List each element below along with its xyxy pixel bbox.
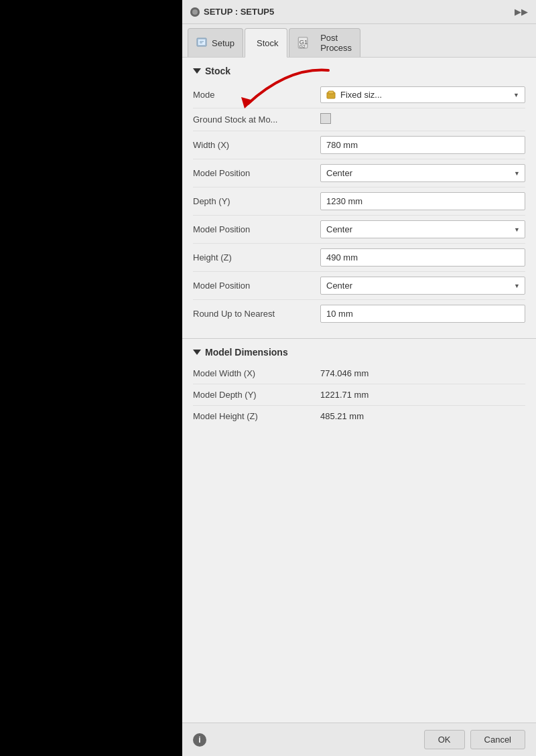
stock-form-section: Mode Fixed siz... ▼ Ground Stock at Mo..… (182, 82, 536, 339)
model-position-z-select-wrapper: Center Min Max (320, 277, 525, 295)
footer-left: i (193, 733, 206, 747)
round-up-input[interactable] (320, 305, 525, 323)
width-x-input[interactable] (320, 136, 525, 154)
height-z-row: Height (Z) (193, 244, 525, 272)
title-bar: SETUP : SETUP5 ▶▶ (182, 0, 536, 24)
forward-arrows-icon: ▶▶ (515, 7, 528, 17)
mode-selected-value: Fixed siz... (340, 90, 510, 100)
stock-section-header: Stock (182, 58, 536, 82)
footer: i OK Cancel (182, 723, 536, 756)
model-width-row: Model Width (X) 774.046 mm (193, 363, 525, 384)
height-z-label: Height (Z) (193, 252, 320, 262)
ground-stock-checkbox[interactable] (320, 113, 331, 124)
ground-stock-row: Ground Stock at Mo... (193, 108, 525, 131)
post-process-tab-icon: G1 G2 (297, 35, 318, 50)
model-position-y-value: Center Min Max (320, 220, 525, 238)
mode-dropdown-arrow: ▼ (513, 92, 519, 98)
model-depth-value: 1221.71 mm (320, 390, 525, 400)
setup-tab-label: Setup (212, 38, 234, 48)
model-dimensions-header: Model Dimensions (182, 339, 536, 363)
setup-tab-icon (196, 37, 208, 48)
round-up-row: Round Up to Nearest (193, 300, 525, 327)
model-height-value: 485.21 mm (320, 411, 525, 421)
model-position-y-select-wrapper: Center Min Max (320, 220, 525, 238)
model-depth-label: Model Depth (Y) (193, 390, 320, 400)
model-height-row: Model Height (Z) 485.21 mm (193, 406, 525, 427)
ground-stock-value (320, 113, 525, 126)
height-z-input[interactable] (320, 248, 525, 267)
mode-dropdown[interactable]: Fixed siz... ▼ (320, 86, 525, 103)
model-position-x-select[interactable]: Center Min Max (320, 164, 525, 182)
ground-stock-label: Ground Stock at Mo... (193, 115, 320, 125)
model-position-z-row: Model Position Center Min Max (193, 272, 525, 300)
model-depth-row: Model Depth (Y) 1221.71 mm (193, 384, 525, 406)
model-position-z-label: Model Position (193, 281, 320, 291)
stock-tab-label: Stock (257, 38, 279, 48)
mode-stock-icon (326, 90, 337, 100)
tab-setup[interactable]: Setup (188, 28, 243, 57)
depth-y-label: Depth (Y) (193, 196, 320, 206)
model-position-y-select[interactable]: Center Min Max (320, 220, 525, 238)
stock-section-title: Stock (205, 66, 230, 76)
model-height-label: Model Height (Z) (193, 411, 320, 421)
svg-text:G2: G2 (299, 44, 305, 49)
title-bar-left: SETUP : SETUP5 (190, 7, 274, 17)
model-position-x-select-wrapper: Center Min Max (320, 164, 525, 182)
content-area: Stock Mode Fixed siz... ▼ (182, 58, 536, 723)
minus-icon (190, 7, 200, 17)
model-position-x-row: Model Position Center Min Max (193, 159, 525, 187)
stock-collapse-icon[interactable] (193, 68, 201, 74)
width-x-value (320, 136, 525, 154)
model-position-x-label: Model Position (193, 168, 320, 178)
svg-rect-11 (328, 91, 334, 94)
tabs-bar: Setup Stock G1 G2 Post Process (182, 24, 536, 58)
mode-row: Mode Fixed siz... ▼ (193, 82, 525, 108)
model-position-z-value: Center Min Max (320, 277, 525, 295)
svg-rect-1 (198, 40, 205, 45)
round-up-value (320, 305, 525, 323)
black-overlay (0, 0, 182, 756)
main-panel: SETUP : SETUP5 ▶▶ Setup Stock (182, 0, 536, 756)
mode-value: Fixed siz... ▼ (320, 86, 525, 103)
ok-button[interactable]: OK (424, 730, 465, 749)
post-process-tab-label: Post Process (320, 33, 352, 53)
width-x-label: Width (X) (193, 140, 320, 150)
panel-title: SETUP : SETUP5 (204, 7, 274, 17)
model-position-x-value: Center Min Max (320, 164, 525, 182)
model-width-value: 774.046 mm (320, 368, 525, 378)
height-z-value (320, 248, 525, 267)
mode-label: Mode (193, 90, 320, 100)
model-position-y-label: Model Position (193, 224, 320, 234)
model-dimensions-title: Model Dimensions (205, 347, 288, 358)
model-dim-section: Model Width (X) 774.046 mm Model Depth (… (182, 363, 536, 427)
tab-post-process[interactable]: G1 G2 Post Process (289, 28, 361, 57)
model-dim-collapse-icon[interactable] (193, 350, 201, 355)
model-position-y-row: Model Position Center Min Max (193, 216, 525, 244)
depth-y-row: Depth (Y) (193, 187, 525, 216)
footer-buttons: OK Cancel (424, 730, 525, 749)
cancel-button[interactable]: Cancel (470, 730, 525, 749)
model-position-z-select[interactable]: Center Min Max (320, 277, 525, 295)
round-up-label: Round Up to Nearest (193, 309, 320, 319)
depth-y-input[interactable] (320, 192, 525, 210)
tab-stock[interactable]: Stock (245, 28, 287, 58)
model-width-label: Model Width (X) (193, 368, 320, 378)
depth-y-value (320, 192, 525, 210)
info-icon[interactable]: i (193, 733, 206, 747)
width-x-row: Width (X) (193, 131, 525, 159)
